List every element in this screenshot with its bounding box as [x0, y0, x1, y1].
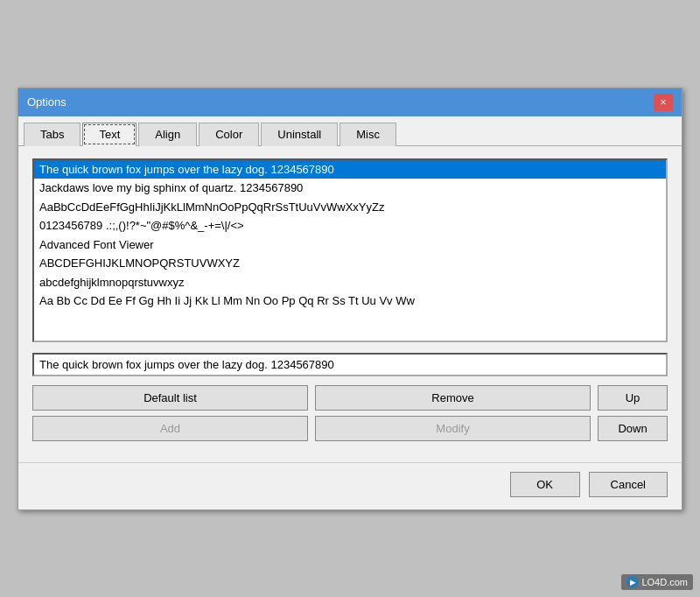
list-item[interactable]: ABCDEFGHIJKLMNOPQRSTUVWXYZ: [34, 254, 666, 273]
button-row-2: Add Modify Down: [32, 416, 668, 441]
button-row-1: Default list Remove Up: [32, 385, 668, 411]
window-title: Options: [27, 95, 66, 109]
list-item[interactable]: Jackdaws love my big sphinx of quartz. 1…: [34, 179, 666, 198]
tab-content: The quick brown fox jumps over the lazy …: [18, 146, 682, 459]
watermark-logo: ▶: [626, 576, 639, 588]
tab-color[interactable]: Color: [199, 123, 259, 146]
tab-text[interactable]: Text: [82, 123, 136, 146]
ok-button[interactable]: OK: [510, 472, 580, 497]
list-item[interactable]: Aa Bb Cc Dd Ee Ff Gg Hh Ii Jj Kk Ll Mm N…: [34, 291, 666, 311]
modify-button[interactable]: Modify: [315, 416, 591, 441]
watermark: ▶ LO4D.com: [621, 574, 693, 590]
watermark-text: LO4D.com: [641, 577, 688, 587]
tab-misc[interactable]: Misc: [340, 123, 396, 146]
up-button[interactable]: Up: [598, 385, 668, 411]
remove-button[interactable]: Remove: [315, 385, 591, 411]
tab-uninstall[interactable]: Uninstall: [261, 123, 338, 146]
list-item[interactable]: 0123456789 .:;,()!?*~"@#$%^&_-+=\|/<>: [34, 216, 666, 235]
list-item[interactable]: abcdefghijklmnopqrstuvwxyz: [34, 273, 666, 292]
cancel-button[interactable]: Cancel: [589, 472, 668, 497]
text-list-box[interactable]: The quick brown fox jumps over the lazy …: [32, 158, 668, 342]
footer: OK Cancel: [18, 462, 682, 509]
down-button[interactable]: Down: [598, 416, 668, 441]
add-button[interactable]: Add: [32, 416, 308, 441]
close-button[interactable]: ×: [654, 94, 673, 111]
tab-tabs[interactable]: Tabs: [24, 123, 80, 146]
title-bar: Options ×: [18, 88, 682, 116]
tab-align[interactable]: Align: [138, 123, 197, 146]
list-item[interactable]: AaBbCcDdEeFfGgHhIiJjKkLlMmNnOoPpQqRrSsTt…: [34, 198, 666, 217]
list-item[interactable]: The quick brown fox jumps over the lazy …: [34, 160, 666, 179]
default-list-button[interactable]: Default list: [32, 385, 308, 411]
list-item[interactable]: Advanced Font Viewer: [34, 235, 666, 255]
tab-bar: Tabs Text Align Color Uninstall Misc: [18, 116, 682, 146]
options-window: Options × Tabs Text Align Color Uninstal…: [18, 88, 682, 510]
text-entry-input[interactable]: [32, 353, 668, 376]
